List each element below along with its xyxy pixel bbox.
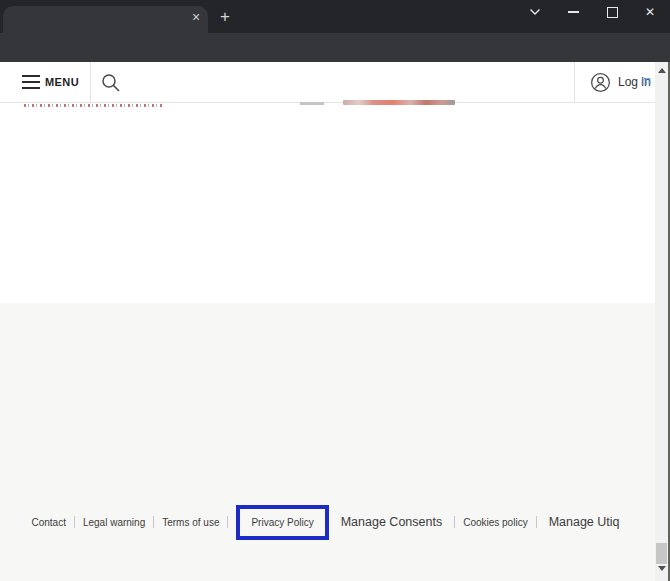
minimize-icon: [568, 11, 579, 13]
footer-divider: [227, 516, 228, 528]
page-content: [0, 103, 655, 303]
window-maximize-button[interactable]: [599, 2, 625, 22]
footer-link-manage-consents[interactable]: Manage Consents: [341, 515, 442, 529]
clipped-element-sliver: [300, 102, 324, 105]
footer-link-manage-utiq[interactable]: Manage Utiq: [549, 515, 620, 529]
scroll-up-icon: [658, 68, 666, 73]
scroll-up-button[interactable]: [655, 64, 668, 77]
browser-window: × + ✕ G: [0, 0, 670, 581]
clipped-link-fragment: m: [641, 74, 653, 88]
header-divider-right: [574, 62, 575, 102]
footer-divider: [454, 516, 455, 528]
tab-bar: × + ✕: [0, 0, 670, 33]
footer-divider: [536, 516, 537, 528]
browser-tab[interactable]: ×: [3, 6, 208, 33]
clipped-image-sliver: [343, 100, 455, 105]
window-chevron-button[interactable]: [522, 2, 548, 22]
footer-link-cookies-policy[interactable]: Cookies policy: [463, 517, 527, 528]
scroll-down-icon: [658, 566, 666, 571]
search-button[interactable]: [100, 72, 122, 94]
footer-divider: [153, 516, 154, 528]
footer-link-contact[interactable]: Contact: [31, 517, 65, 528]
site-header: [0, 62, 655, 103]
browser-toolbar: G In incognito (3) ⋮: [0, 33, 670, 62]
tab-close-icon[interactable]: ×: [188, 10, 204, 26]
footer-link-terms-of-use[interactable]: Terms of use: [162, 517, 219, 528]
footer-links: Contact Legal warning Terms of use Priva…: [0, 503, 655, 541]
scroll-down-button[interactable]: [655, 562, 668, 575]
user-icon: [590, 72, 611, 93]
new-tab-button[interactable]: +: [216, 8, 234, 26]
window-minimize-button[interactable]: [560, 2, 586, 22]
footer-link-legal-warning[interactable]: Legal warning: [83, 517, 145, 528]
maximize-icon: [607, 7, 618, 18]
scrollbar-track[interactable]: [655, 62, 668, 581]
window-close-button[interactable]: ✕: [637, 2, 663, 22]
scrollbar-thumb[interactable]: [656, 543, 667, 564]
chevron-down-icon: [529, 8, 541, 16]
privacy-policy-highlight-box: Privacy Policy: [236, 505, 328, 540]
hamburger-menu-button[interactable]: [22, 75, 40, 89]
clipped-text-sliver: [24, 104, 164, 107]
search-icon: [100, 72, 122, 94]
header-divider: [90, 62, 91, 102]
footer-link-privacy-policy[interactable]: Privacy Policy: [251, 517, 313, 528]
menu-label[interactable]: MENU: [45, 76, 79, 88]
footer-divider: [74, 516, 75, 528]
